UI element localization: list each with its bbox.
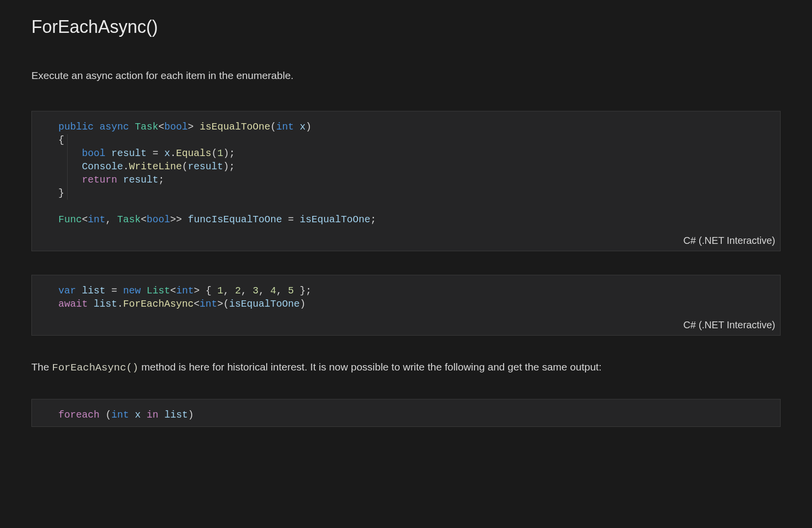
code-block: public async Task<bool> isEqualToOne(int…: [32, 111, 780, 231]
note-text-after: method is here for historical interest. …: [138, 361, 601, 372]
language-label: C# (.NET Interactive): [32, 316, 780, 335]
code-cell-2: var list = new List<int> { 1, 2, 3, 4, 5…: [31, 275, 781, 336]
note-paragraph: The ForEachAsync() method is here for hi…: [31, 359, 781, 376]
code-block: var list = new List<int> { 1, 2, 3, 4, 5…: [32, 275, 780, 316]
page-heading: ForEachAsync(): [31, 14, 781, 40]
code-cell-3: foreach (int x in list): [31, 399, 781, 427]
indent-guide: [67, 134, 68, 200]
code-block: foreach (int x in list): [32, 399, 780, 426]
inline-code: ForEachAsync(): [52, 362, 138, 373]
document-page: ForEachAsync() Execute an async action f…: [0, 0, 812, 528]
code-cell-1: public async Task<bool> isEqualToOne(int…: [31, 111, 781, 251]
note-text-before: The: [31, 361, 52, 372]
intro-paragraph: Execute an async action for each item in…: [31, 68, 781, 83]
language-label: C# (.NET Interactive): [32, 231, 780, 251]
